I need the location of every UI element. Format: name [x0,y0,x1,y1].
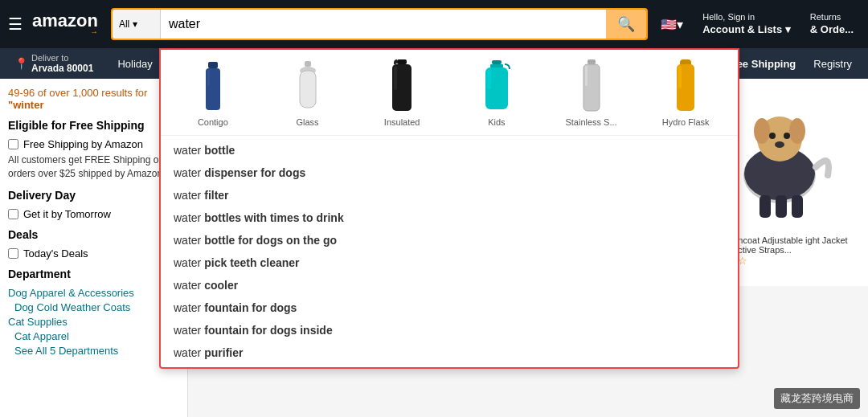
search-category-selector[interactable]: All ▾ [113,10,161,39]
stainless-label: Stainless S... [565,117,616,127]
svg-rect-26 [585,66,588,86]
contigo-image [185,58,241,114]
kids-bottle-svg [482,59,511,113]
svg-point-3 [754,118,770,144]
suggestions-list: water bottle water dispenser for dogs wa… [161,136,738,367]
suggestion-water-cooler[interactable]: water cooler [161,274,738,296]
account-greeting: Hello, Sign in [702,11,791,22]
deliver-location: Arvada 80001 [31,63,93,74]
get-it-tomorrow-checkbox[interactable]: Get it by Tomorrow [8,208,179,220]
watermark: 藏龙荟跨境电商 [774,388,860,409]
glass-bottle-svg [297,59,318,112]
suggestion-water-bottles-times[interactable]: water bottles with times to drink [161,206,738,229]
hydro-flask-image [657,58,714,114]
get-it-tomorrow-label: Get it by Tomorrow [23,208,111,220]
account-label: Account & Lists ▾ [702,23,791,37]
suggestion-image-hydro-flask[interactable]: Hydro Flask [641,58,730,127]
contigo-label: Contigo [198,117,228,127]
todays-deals-label: Today's Deals [23,247,88,260]
logo-arrow: → [90,27,98,36]
free-shipping-checkbox[interactable] [8,139,18,149]
result-count: 49-96 of over 1,000 results for "winter [8,87,179,111]
insulated-image [374,58,430,114]
dept-dog-cold-weather[interactable]: Dog Cold Weather Coats [8,301,179,313]
svg-rect-16 [300,71,316,108]
sub-nav-holiday[interactable]: Holiday [109,53,160,75]
dept-cat-supplies[interactable]: Cat Supplies [8,316,179,328]
svg-rect-8 [760,195,771,218]
suggestion-image-kids[interactable]: Kids [452,58,541,127]
glass-label: Glass [296,117,318,127]
search-icon: 🔍 [617,15,635,33]
returns-menu[interactable]: Returns & Orde... [804,8,860,39]
hamburger-menu-icon[interactable]: ☰ [8,14,23,34]
sub-nav: Holiday [109,53,160,75]
sub-nav-registry[interactable]: Registry [805,53,860,75]
suggestion-water-bottle[interactable]: water bottle [161,139,738,161]
suggestion-water-fountain-inside[interactable]: water fountain for dogs inside [161,319,738,341]
svg-point-4 [789,118,805,144]
account-menu[interactable]: Hello, Sign in Account & Lists ▾ [696,8,797,39]
svg-rect-21 [490,64,503,67]
suggestion-water-dispenser[interactable]: water dispenser for dogs [161,161,738,184]
category-label: All [119,18,129,30]
amazon-logo[interactable]: amazon → [32,12,98,36]
department-title: Department [8,268,179,280]
svg-rect-17 [397,59,407,64]
svg-rect-20 [492,60,502,64]
flag-icon: 🇺🇸 [661,17,677,32]
category-chevron: ▾ [133,18,137,30]
deals-checkbox[interactable] [8,248,18,259]
header: ☰ amazon → All ▾ 🔍 🇺🇸 ▾ Hello, Sign in A… [0,0,868,48]
search-bar: All ▾ 🔍 [111,8,648,40]
hydro-flask-label: Hydro Flask [662,117,710,127]
dept-cat-apparel[interactable]: Cat Apparel [8,330,179,342]
location-pin-icon: 📍 [14,57,28,70]
todays-deals-checkbox[interactable]: Today's Deals [8,247,179,260]
glass-image [280,58,336,114]
suggestion-water-purifier[interactable]: water purifier [161,341,738,364]
suggestion-image-insulated[interactable]: Insulated [358,58,446,127]
kids-label: Kids [488,117,505,127]
contigo-bottle-svg [202,59,224,113]
tomorrow-checkbox[interactable] [8,209,18,219]
svg-rect-9 [776,195,787,218]
orders-label: & Orde... [810,23,854,37]
suggestion-water-pick[interactable]: water pick teeth cleaner [161,251,738,274]
see-all-departments[interactable]: See All 5 Departments [8,345,179,357]
free-shipping-desc: All customers get FREE Shipping on order… [8,153,179,181]
svg-rect-11 [208,62,218,68]
insulated-label: Insulated [384,117,420,127]
suggestion-image-contigo[interactable]: Contigo [169,58,257,127]
svg-point-5 [769,133,776,139]
hydro-flask-bottle-svg [674,58,698,114]
svg-rect-13 [207,70,210,86]
country-selector[interactable]: 🇺🇸 ▾ [654,14,690,35]
svg-rect-23 [487,69,491,89]
free-shipping-section-title: Eligible for Free Shipping [8,119,179,132]
search-input[interactable] [161,10,606,39]
suggestion-image-glass[interactable]: Glass [264,58,352,127]
returns-label: Returns [810,11,854,22]
deliver-to[interactable]: 📍 Deliver to Arvada 80001 [8,50,100,77]
dept-dog-apparel[interactable]: Dog Apparel & Accessories [8,287,179,299]
delivery-day-title: Delivery Day [8,189,179,202]
svg-rect-24 [588,59,596,64]
stainless-bottle-svg [580,58,603,114]
svg-point-7 [775,141,784,148]
suggestion-water-fountain-dogs[interactable]: water fountain for dogs [161,296,738,319]
free-shipping-by-amazon-label: Free Shipping by Amazon [23,138,143,150]
logo-text: amazon [32,12,98,30]
kids-image [469,58,525,114]
svg-rect-10 [792,195,803,218]
search-button[interactable]: 🔍 [606,10,646,39]
deliver-label: Deliver to [31,53,93,63]
stainless-image [563,58,620,114]
svg-point-6 [784,133,790,139]
free-shipping-by-amazon-checkbox[interactable]: Free Shipping by Amazon [8,138,179,150]
suggestion-image-stainless[interactable]: Stainless S... [547,58,636,127]
suggestion-water-bottle-dogs[interactable]: water bottle for dogs on the go [161,229,738,251]
svg-rect-14 [305,61,311,67]
image-suggestions: Contigo Glass Ins [161,50,738,136]
suggestion-water-filter[interactable]: water filter [161,184,738,206]
